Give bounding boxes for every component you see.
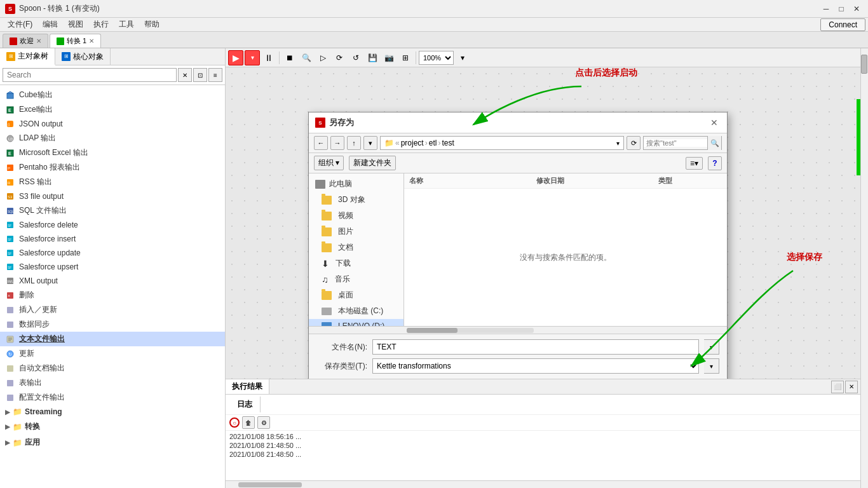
- h-scroll-thumb[interactable]: [238, 482, 302, 487]
- replay-step-button[interactable]: ↺: [348, 50, 363, 65]
- sidebar-item-computer[interactable]: 此电脑: [309, 176, 403, 192]
- tree-group-apps[interactable]: ▶ 📁 应用: [0, 435, 225, 451]
- help-button[interactable]: ?: [708, 156, 722, 170]
- connect-button[interactable]: Connect: [820, 18, 865, 31]
- new-folder-button[interactable]: 新建文件夹: [349, 156, 396, 170]
- sidebar-item-drive-d[interactable]: LENOVO (D:): [309, 319, 403, 326]
- sidebar-item-pictures[interactable]: 图片: [309, 224, 403, 240]
- search-box[interactable]: 🔍: [643, 136, 722, 150]
- save-now-button[interactable]: 💾: [365, 50, 380, 65]
- tree-item-xml[interactable]: XML XML output: [0, 274, 225, 288]
- restore-button[interactable]: □: [835, 3, 848, 15]
- menu-execute[interactable]: 执行: [88, 18, 114, 31]
- sidebar-item-drive-c[interactable]: 本地磁盘 (C:): [309, 303, 403, 319]
- sidebar-item-downloads[interactable]: ⬇ 下载: [309, 255, 403, 271]
- minimize-button[interactable]: ─: [820, 3, 832, 15]
- tab-transform[interactable]: 转换 1 ✕: [50, 34, 101, 48]
- tree-group-transform[interactable]: ▶ 📁 转换: [0, 419, 225, 435]
- h-scrollbar[interactable]: [407, 328, 534, 333]
- tree-item-update[interactable]: ↻ 更新: [0, 346, 225, 361]
- tree-item-ldap[interactable]: LD LDAP 输出: [0, 131, 225, 146]
- col-type-header[interactable]: 类型: [658, 176, 722, 186]
- filetype-dropdown-button[interactable]: ▾: [704, 358, 719, 374]
- expand-button[interactable]: ⬜: [831, 381, 844, 393]
- stop-button[interactable]: ⏹: [282, 50, 297, 65]
- h-scroll-area[interactable]: [309, 326, 727, 334]
- nav-up-button[interactable]: ↑: [347, 136, 361, 150]
- sidebar-item-video[interactable]: 视频: [309, 208, 403, 224]
- menu-view[interactable]: 视图: [63, 18, 88, 31]
- scrollbar-thumb[interactable]: [861, 55, 867, 74]
- tree-item-table-output[interactable]: 表输出: [0, 376, 225, 390]
- tree-item-sf-upsert[interactable]: SF Salesforce upsert: [0, 260, 225, 274]
- sidebar-item-documents[interactable]: 文档: [309, 240, 403, 255]
- tab-core-objects[interactable]: ⊞ 核心对象: [55, 48, 111, 65]
- clear-log-button[interactable]: 🗑: [242, 416, 255, 429]
- tree-item-config-output[interactable]: 配置文件输出: [0, 390, 225, 405]
- transform-tab-close[interactable]: ✕: [89, 37, 94, 44]
- menu-file[interactable]: 文件(F): [3, 18, 37, 31]
- tree-item-rss[interactable]: R RSS 输出: [0, 175, 225, 189]
- zoom-select[interactable]: 100%: [419, 51, 454, 65]
- zoom-dropdown[interactable]: ▾: [455, 50, 470, 65]
- menu-edit[interactable]: 编辑: [37, 18, 63, 31]
- tree-item-msexcel[interactable]: E Microsoft Excel 输出: [0, 146, 225, 160]
- nav-path[interactable]: 📁 « project › etl › test ▾: [380, 136, 624, 150]
- debug-button[interactable]: 🔍: [299, 50, 314, 65]
- tree-item-data-sync[interactable]: 数据同步: [0, 317, 225, 332]
- tree-item-text-output[interactable]: 文本文件输出: [0, 332, 225, 346]
- run-dropdown-button[interactable]: ▾: [245, 50, 260, 65]
- tree-item-delete[interactable]: × 删除: [0, 288, 225, 302]
- filetype-select[interactable]: Kettle transformations: [372, 358, 699, 374]
- tree-item-sf-delete[interactable]: SF Salesforce delete: [0, 218, 225, 232]
- nav-forward-button[interactable]: →: [330, 136, 344, 150]
- step-button[interactable]: ▷: [315, 50, 330, 65]
- search-btn-1[interactable]: ⊡: [193, 68, 207, 82]
- replay-button[interactable]: ⟳: [332, 50, 347, 65]
- col-name-header[interactable]: 名称: [409, 176, 536, 186]
- tree-item-sf-insert[interactable]: SF Salesforce insert: [0, 232, 225, 246]
- dialog-search-button[interactable]: 🔍: [707, 136, 721, 150]
- grid-button[interactable]: ⊞: [398, 50, 413, 65]
- canvas-area[interactable]: 点击后选择启动 选择保存 S: [226, 67, 860, 379]
- tree-item-s3[interactable]: S3 S3 file output: [0, 189, 225, 203]
- nav-recent-button[interactable]: ▾: [363, 136, 377, 150]
- tree-item-json[interactable]: {} JSON output: [0, 117, 225, 131]
- menu-help[interactable]: 帮助: [139, 18, 165, 31]
- nav-refresh-button[interactable]: ⟳: [627, 136, 641, 150]
- close-button[interactable]: ✕: [850, 3, 863, 15]
- welcome-tab-close[interactable]: ✕: [36, 37, 41, 44]
- execution-results-tab[interactable]: 执行结果: [226, 379, 269, 394]
- tree-item-sf-update[interactable]: SF Salesforce update: [0, 246, 225, 260]
- organize-button[interactable]: 组织 ▾: [314, 156, 344, 170]
- dialog-search-input[interactable]: [644, 139, 707, 147]
- search-input[interactable]: [3, 68, 177, 82]
- tab-welcome[interactable]: 欢迎 ✕: [3, 34, 48, 48]
- view-button[interactable]: ≡▾: [686, 157, 703, 170]
- log-tab[interactable]: 日志: [229, 396, 261, 412]
- tree-item-pentaho[interactable]: P Pentaho 报表输出: [0, 160, 225, 175]
- filename-input[interactable]: [372, 339, 699, 355]
- right-scrollbar[interactable]: [860, 48, 868, 488]
- sidebar-item-music[interactable]: ♫ 音乐: [309, 271, 403, 287]
- nav-back-button[interactable]: ←: [314, 136, 328, 150]
- close-bottom-button[interactable]: ✕: [845, 381, 858, 393]
- tree-item-cube[interactable]: Cube输出: [0, 88, 225, 102]
- tree-item-sql[interactable]: SQL SQL 文件输出: [0, 203, 225, 218]
- dialog-close-button[interactable]: ✕: [708, 116, 721, 129]
- filename-dropdown-button[interactable]: ▾: [704, 339, 719, 355]
- canvas-h-scroll[interactable]: [226, 480, 860, 488]
- run-button[interactable]: ▶: [228, 50, 243, 65]
- sidebar-item-3d[interactable]: 3D 对象: [309, 192, 403, 208]
- screenshot-button[interactable]: 📷: [381, 50, 397, 65]
- tab-main-objects[interactable]: ⊞ 主对象树: [0, 48, 55, 65]
- search-clear-button[interactable]: ✕: [178, 68, 192, 82]
- pause-button[interactable]: ⏸: [261, 50, 276, 65]
- tree-item-excel[interactable]: E Excel输出: [0, 102, 225, 117]
- col-modified-header[interactable]: 修改日期: [536, 176, 658, 186]
- tree-group-streaming[interactable]: ▶ 📁 Streaming: [0, 405, 225, 419]
- menu-tools[interactable]: 工具: [114, 18, 139, 31]
- path-dropdown-button[interactable]: ▾: [616, 140, 620, 147]
- tree-item-insert-update[interactable]: 插入／更新: [0, 302, 225, 317]
- tree-item-auto-doc[interactable]: 自动文档输出: [0, 361, 225, 376]
